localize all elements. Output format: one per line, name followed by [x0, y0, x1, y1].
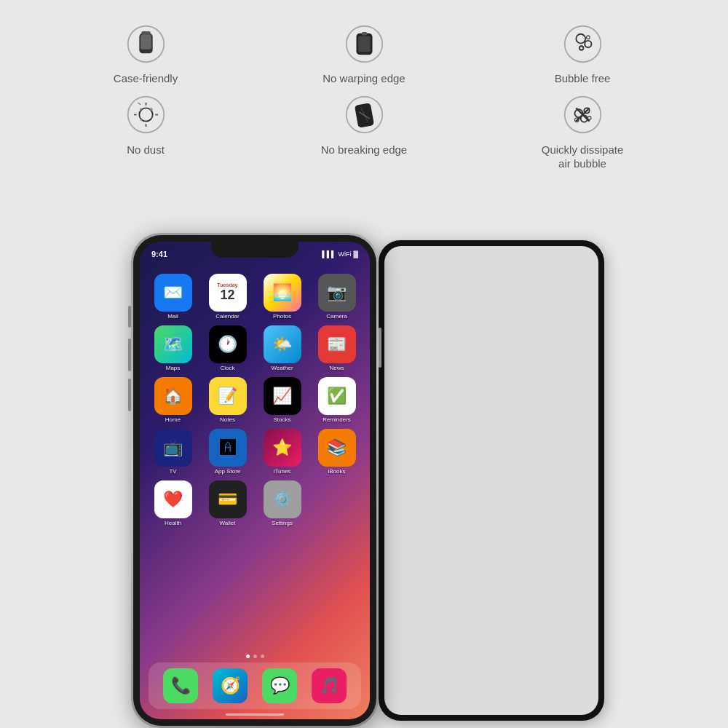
- app-health-label: Health: [165, 520, 181, 526]
- app-settings-label: Settings: [272, 520, 293, 526]
- case-friendly-icon: [124, 22, 167, 66]
- app-tv[interactable]: 📺 TV: [149, 429, 197, 475]
- app-weather-label: Weather: [271, 365, 293, 371]
- wifi-icon: WiFi: [338, 250, 351, 258]
- side-button-left-vol-down: [128, 379, 131, 411]
- app-weather[interactable]: 🌤️ Weather: [258, 325, 306, 371]
- svg-point-11: [579, 46, 583, 50]
- status-time: 9:41: [151, 250, 167, 258]
- svg-line-22: [138, 103, 141, 105]
- app-photos[interactable]: 🌅 Photos: [258, 274, 306, 320]
- app-reminders[interactable]: ✅ Reminders: [312, 377, 361, 423]
- features-section: Case-friendly No warping edge Bubble fre…: [0, 0, 728, 186]
- app-calendar[interactable]: Tuesday 12 Calendar: [203, 274, 252, 320]
- svg-point-20: [139, 108, 141, 111]
- app-mail-label: Mail: [167, 313, 178, 320]
- app-empty: [312, 480, 361, 526]
- app-clock[interactable]: 🕐 Clock: [203, 325, 252, 371]
- dock-music[interactable]: 🎵: [312, 668, 347, 703]
- dock-messages[interactable]: 💬: [262, 668, 297, 703]
- app-health[interactable]: ❤️ Health: [149, 480, 197, 526]
- app-mail[interactable]: ✉️ Mail: [149, 274, 197, 320]
- svg-rect-6: [358, 36, 371, 52]
- app-news[interactable]: 📰 News: [312, 325, 361, 371]
- feature-quickly-dissipate: Quickly dissipateair bubble: [480, 93, 684, 171]
- quickly-dissipate-icon: [561, 93, 604, 137]
- status-icons: ▌▌▌ WiFi ▓: [322, 250, 358, 258]
- iphone-device: 9:41 ▌▌▌ WiFi ▓ ✉️ Mail Tuesday 12: [131, 233, 379, 728]
- feature-bubble-free: Bubble free: [480, 22, 684, 86]
- no-dust-icon: [124, 93, 167, 137]
- feature-no-breaking: No breaking edge: [262, 93, 466, 171]
- app-itunes-label: iTunes: [274, 468, 291, 475]
- no-breaking-label: No breaking edge: [321, 143, 407, 157]
- app-grid: ✉️ Mail Tuesday 12 Calendar 🌅 Photos 📷: [146, 271, 364, 529]
- dock-safari[interactable]: 🧭: [213, 668, 248, 703]
- quickly-dissipate-label: Quickly dissipateair bubble: [542, 143, 624, 171]
- app-appstore[interactable]: 🅰 App Store: [203, 429, 252, 475]
- iphone-dock: 📞 🧭 💬 🎵: [149, 662, 361, 709]
- app-settings[interactable]: ⚙️ Settings: [258, 480, 306, 526]
- page-dots: [140, 654, 370, 658]
- signal-icon: ▌▌▌: [322, 250, 336, 258]
- app-ibooks-label: iBooks: [328, 468, 345, 475]
- app-maps[interactable]: 🗺️ Maps: [149, 325, 197, 371]
- svg-rect-3: [141, 34, 151, 49]
- app-photos-label: Photos: [273, 313, 291, 320]
- feature-no-warping: No warping edge: [262, 22, 466, 86]
- feature-no-dust: No dust: [44, 93, 248, 171]
- page-dot-2: [253, 654, 257, 658]
- svg-point-19: [150, 108, 153, 111]
- app-home[interactable]: 🏠 Home: [149, 377, 197, 423]
- app-ibooks[interactable]: 📚 iBooks: [312, 429, 361, 475]
- iphone-screen: 9:41 ▌▌▌ WiFi ▓ ✉️ Mail Tuesday 12: [140, 242, 370, 719]
- app-notes-label: Notes: [220, 416, 235, 423]
- app-stocks-label: Stocks: [273, 416, 290, 423]
- bubble-free-icon: [561, 22, 604, 66]
- app-itunes[interactable]: ⭐ iTunes: [258, 429, 306, 475]
- bubble-free-label: Bubble free: [555, 71, 611, 86]
- no-breaking-icon: [342, 93, 386, 137]
- app-clock-label: Clock: [220, 365, 234, 371]
- app-wallet[interactable]: 💳 Wallet: [203, 480, 252, 526]
- battery-icon: ▓: [353, 250, 358, 258]
- app-calendar-label: Calendar: [215, 313, 239, 320]
- svg-rect-7: [361, 32, 366, 36]
- dock-phone[interactable]: 📞: [163, 668, 198, 703]
- no-warping-icon: [342, 22, 386, 66]
- case-friendly-label: Case-friendly: [114, 71, 178, 86]
- app-maps-label: Maps: [166, 365, 181, 371]
- app-home-label: Home: [165, 416, 181, 423]
- svg-point-21: [140, 119, 142, 121]
- screen-protector: [379, 240, 604, 721]
- feature-case-friendly: Case-friendly: [44, 22, 248, 86]
- app-news-label: News: [329, 365, 344, 371]
- app-notes[interactable]: 📝 Notes: [203, 377, 252, 423]
- side-button-left-mute: [128, 306, 131, 328]
- app-camera-label: Camera: [326, 313, 347, 320]
- app-reminders-label: Reminders: [323, 416, 351, 423]
- app-stocks[interactable]: 📈 Stocks: [258, 377, 306, 423]
- app-appstore-label: App Store: [215, 468, 241, 475]
- side-button-left-vol-up: [128, 339, 131, 371]
- app-tv-label: TV: [169, 468, 176, 475]
- page-dot-1: [246, 654, 250, 658]
- iphone-notch: [211, 242, 298, 258]
- page-dot-3: [261, 654, 264, 658]
- home-indicator: [226, 713, 284, 716]
- svg-point-12: [586, 36, 590, 39]
- app-camera[interactable]: 📷 Camera: [312, 274, 361, 320]
- no-warping-label: No warping edge: [323, 71, 405, 86]
- svg-point-8: [564, 25, 601, 62]
- no-dust-label: No dust: [127, 143, 165, 157]
- app-wallet-label: Wallet: [220, 520, 236, 526]
- side-button-right: [379, 328, 381, 368]
- device-container: 9:41 ▌▌▌ WiFi ▓ ✉️ Mail Tuesday 12: [102, 204, 626, 728]
- svg-point-10: [585, 40, 591, 47]
- svg-point-9: [576, 33, 585, 43]
- svg-point-13: [127, 97, 164, 133]
- screen-protector-glass: [384, 246, 598, 715]
